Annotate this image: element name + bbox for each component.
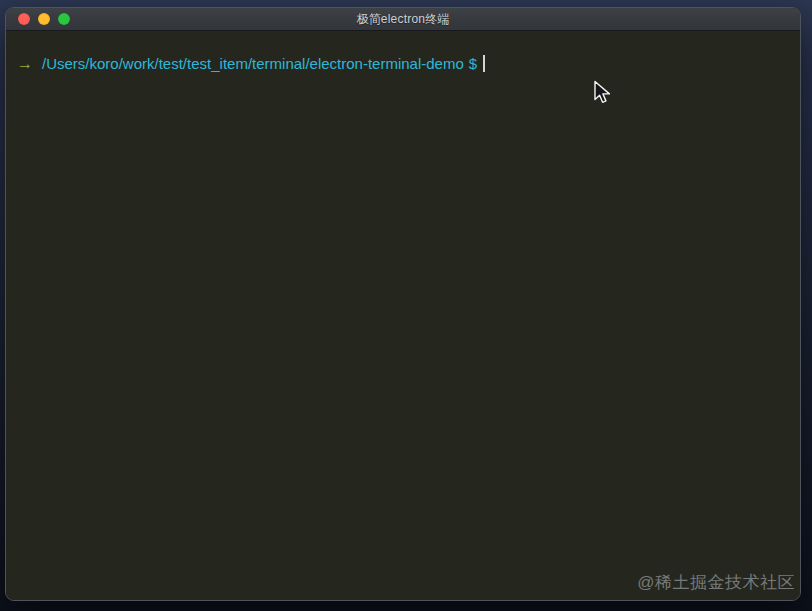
prompt-line: → /Users/koro/work/test/test_item/termin… — [17, 54, 784, 73]
prompt-arrow-icon: → — [17, 54, 33, 73]
prompt-path: /Users/koro/work/test/test_item/terminal… — [42, 54, 464, 73]
window-title: 极简electron终端 — [356, 11, 449, 28]
text-caret — [483, 55, 485, 72]
zoom-button[interactable] — [58, 13, 70, 25]
watermark: @稀土掘金技术社区 — [637, 571, 795, 594]
window-titlebar[interactable]: 极简electron终端 — [6, 8, 800, 31]
minimize-button[interactable] — [38, 13, 50, 25]
terminal-window: 极简electron终端 → /Users/koro/work/test/tes… — [5, 7, 801, 601]
prompt-dollar-sign: $ — [469, 54, 477, 73]
terminal-content[interactable]: → /Users/koro/work/test/test_item/termin… — [6, 31, 800, 600]
traffic-lights — [18, 8, 70, 30]
close-button[interactable] — [18, 13, 30, 25]
